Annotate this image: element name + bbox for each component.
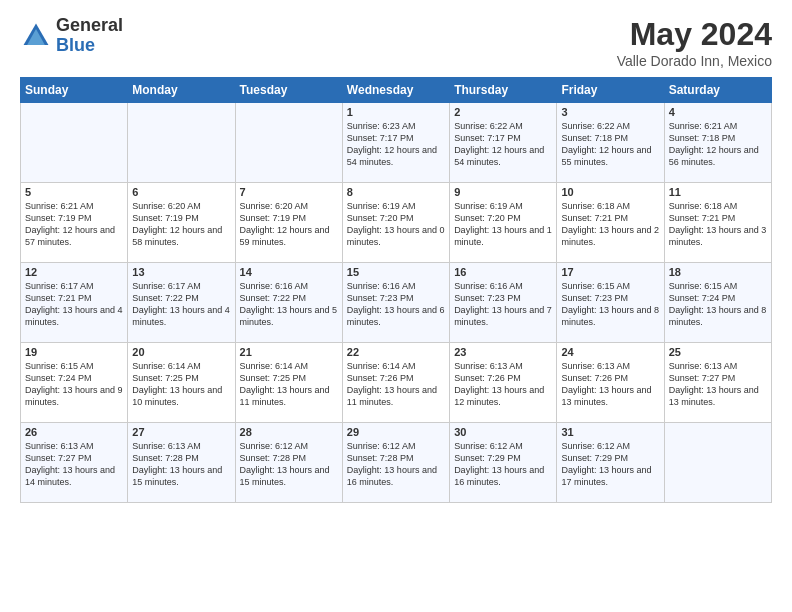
day-number: 5 bbox=[25, 186, 123, 198]
calendar-cell: 4Sunrise: 6:21 AMSunset: 7:18 PMDaylight… bbox=[664, 103, 771, 183]
day-number: 18 bbox=[669, 266, 767, 278]
calendar-cell: 20Sunrise: 6:14 AMSunset: 7:25 PMDayligh… bbox=[128, 343, 235, 423]
calendar-cell: 5Sunrise: 6:21 AMSunset: 7:19 PMDaylight… bbox=[21, 183, 128, 263]
day-number: 31 bbox=[561, 426, 659, 438]
day-info: Sunrise: 6:13 AMSunset: 7:26 PMDaylight:… bbox=[561, 361, 651, 407]
logo-general: General bbox=[56, 16, 123, 36]
day-number: 27 bbox=[132, 426, 230, 438]
calendar-cell: 10Sunrise: 6:18 AMSunset: 7:21 PMDayligh… bbox=[557, 183, 664, 263]
day-info: Sunrise: 6:13 AMSunset: 7:27 PMDaylight:… bbox=[669, 361, 759, 407]
calendar-cell: 27Sunrise: 6:13 AMSunset: 7:28 PMDayligh… bbox=[128, 423, 235, 503]
day-number: 25 bbox=[669, 346, 767, 358]
header-row: Sunday Monday Tuesday Wednesday Thursday… bbox=[21, 78, 772, 103]
calendar-cell: 15Sunrise: 6:16 AMSunset: 7:23 PMDayligh… bbox=[342, 263, 449, 343]
calendar-cell: 12Sunrise: 6:17 AMSunset: 7:21 PMDayligh… bbox=[21, 263, 128, 343]
calendar-week-1: 1Sunrise: 6:23 AMSunset: 7:17 PMDaylight… bbox=[21, 103, 772, 183]
col-sunday: Sunday bbox=[21, 78, 128, 103]
calendar-cell: 14Sunrise: 6:16 AMSunset: 7:22 PMDayligh… bbox=[235, 263, 342, 343]
day-number: 28 bbox=[240, 426, 338, 438]
day-info: Sunrise: 6:17 AMSunset: 7:21 PMDaylight:… bbox=[25, 281, 123, 327]
calendar-cell: 23Sunrise: 6:13 AMSunset: 7:26 PMDayligh… bbox=[450, 343, 557, 423]
day-number: 21 bbox=[240, 346, 338, 358]
day-info: Sunrise: 6:14 AMSunset: 7:25 PMDaylight:… bbox=[132, 361, 222, 407]
day-number: 7 bbox=[240, 186, 338, 198]
day-info: Sunrise: 6:12 AMSunset: 7:28 PMDaylight:… bbox=[347, 441, 437, 487]
day-info: Sunrise: 6:18 AMSunset: 7:21 PMDaylight:… bbox=[561, 201, 659, 247]
calendar-cell: 22Sunrise: 6:14 AMSunset: 7:26 PMDayligh… bbox=[342, 343, 449, 423]
day-number: 10 bbox=[561, 186, 659, 198]
day-number: 8 bbox=[347, 186, 445, 198]
calendar-cell: 6Sunrise: 6:20 AMSunset: 7:19 PMDaylight… bbox=[128, 183, 235, 263]
calendar-cell bbox=[235, 103, 342, 183]
day-number: 17 bbox=[561, 266, 659, 278]
calendar-cell: 18Sunrise: 6:15 AMSunset: 7:24 PMDayligh… bbox=[664, 263, 771, 343]
calendar-cell: 24Sunrise: 6:13 AMSunset: 7:26 PMDayligh… bbox=[557, 343, 664, 423]
day-number: 13 bbox=[132, 266, 230, 278]
day-number: 12 bbox=[25, 266, 123, 278]
header: General Blue May 2024 Valle Dorado Inn, … bbox=[20, 16, 772, 69]
day-info: Sunrise: 6:12 AMSunset: 7:29 PMDaylight:… bbox=[454, 441, 544, 487]
main-title: May 2024 bbox=[617, 16, 772, 53]
calendar-cell: 21Sunrise: 6:14 AMSunset: 7:25 PMDayligh… bbox=[235, 343, 342, 423]
calendar-week-3: 12Sunrise: 6:17 AMSunset: 7:21 PMDayligh… bbox=[21, 263, 772, 343]
logo: General Blue bbox=[20, 16, 123, 56]
day-info: Sunrise: 6:19 AMSunset: 7:20 PMDaylight:… bbox=[454, 201, 552, 247]
subtitle: Valle Dorado Inn, Mexico bbox=[617, 53, 772, 69]
calendar-week-5: 26Sunrise: 6:13 AMSunset: 7:27 PMDayligh… bbox=[21, 423, 772, 503]
calendar-cell: 29Sunrise: 6:12 AMSunset: 7:28 PMDayligh… bbox=[342, 423, 449, 503]
calendar-cell: 16Sunrise: 6:16 AMSunset: 7:23 PMDayligh… bbox=[450, 263, 557, 343]
logo-text: General Blue bbox=[56, 16, 123, 56]
col-friday: Friday bbox=[557, 78, 664, 103]
day-info: Sunrise: 6:21 AMSunset: 7:18 PMDaylight:… bbox=[669, 121, 759, 167]
calendar-cell bbox=[664, 423, 771, 503]
day-number: 16 bbox=[454, 266, 552, 278]
calendar-cell: 25Sunrise: 6:13 AMSunset: 7:27 PMDayligh… bbox=[664, 343, 771, 423]
calendar-cell: 8Sunrise: 6:19 AMSunset: 7:20 PMDaylight… bbox=[342, 183, 449, 263]
day-number: 30 bbox=[454, 426, 552, 438]
day-info: Sunrise: 6:14 AMSunset: 7:25 PMDaylight:… bbox=[240, 361, 330, 407]
day-number: 24 bbox=[561, 346, 659, 358]
logo-blue: Blue bbox=[56, 36, 123, 56]
calendar-table: Sunday Monday Tuesday Wednesday Thursday… bbox=[20, 77, 772, 503]
calendar-week-2: 5Sunrise: 6:21 AMSunset: 7:19 PMDaylight… bbox=[21, 183, 772, 263]
col-tuesday: Tuesday bbox=[235, 78, 342, 103]
calendar-cell: 17Sunrise: 6:15 AMSunset: 7:23 PMDayligh… bbox=[557, 263, 664, 343]
calendar-cell: 9Sunrise: 6:19 AMSunset: 7:20 PMDaylight… bbox=[450, 183, 557, 263]
day-number: 1 bbox=[347, 106, 445, 118]
calendar-cell: 1Sunrise: 6:23 AMSunset: 7:17 PMDaylight… bbox=[342, 103, 449, 183]
day-number: 23 bbox=[454, 346, 552, 358]
day-number: 6 bbox=[132, 186, 230, 198]
day-info: Sunrise: 6:14 AMSunset: 7:26 PMDaylight:… bbox=[347, 361, 437, 407]
calendar-cell: 26Sunrise: 6:13 AMSunset: 7:27 PMDayligh… bbox=[21, 423, 128, 503]
day-number: 20 bbox=[132, 346, 230, 358]
day-info: Sunrise: 6:21 AMSunset: 7:19 PMDaylight:… bbox=[25, 201, 115, 247]
day-number: 11 bbox=[669, 186, 767, 198]
day-info: Sunrise: 6:20 AMSunset: 7:19 PMDaylight:… bbox=[132, 201, 222, 247]
calendar-cell: 11Sunrise: 6:18 AMSunset: 7:21 PMDayligh… bbox=[664, 183, 771, 263]
day-info: Sunrise: 6:17 AMSunset: 7:22 PMDaylight:… bbox=[132, 281, 230, 327]
col-monday: Monday bbox=[128, 78, 235, 103]
day-number: 9 bbox=[454, 186, 552, 198]
day-info: Sunrise: 6:19 AMSunset: 7:20 PMDaylight:… bbox=[347, 201, 445, 247]
day-number: 4 bbox=[669, 106, 767, 118]
calendar-cell bbox=[21, 103, 128, 183]
day-info: Sunrise: 6:22 AMSunset: 7:18 PMDaylight:… bbox=[561, 121, 651, 167]
day-number: 19 bbox=[25, 346, 123, 358]
day-info: Sunrise: 6:20 AMSunset: 7:19 PMDaylight:… bbox=[240, 201, 330, 247]
calendar-cell: 7Sunrise: 6:20 AMSunset: 7:19 PMDaylight… bbox=[235, 183, 342, 263]
col-thursday: Thursday bbox=[450, 78, 557, 103]
title-block: May 2024 Valle Dorado Inn, Mexico bbox=[617, 16, 772, 69]
calendar-cell: 19Sunrise: 6:15 AMSunset: 7:24 PMDayligh… bbox=[21, 343, 128, 423]
day-number: 26 bbox=[25, 426, 123, 438]
day-number: 29 bbox=[347, 426, 445, 438]
day-info: Sunrise: 6:13 AMSunset: 7:28 PMDaylight:… bbox=[132, 441, 222, 487]
col-saturday: Saturday bbox=[664, 78, 771, 103]
day-info: Sunrise: 6:16 AMSunset: 7:23 PMDaylight:… bbox=[347, 281, 445, 327]
calendar-cell: 28Sunrise: 6:12 AMSunset: 7:28 PMDayligh… bbox=[235, 423, 342, 503]
day-info: Sunrise: 6:16 AMSunset: 7:23 PMDaylight:… bbox=[454, 281, 552, 327]
day-info: Sunrise: 6:23 AMSunset: 7:17 PMDaylight:… bbox=[347, 121, 437, 167]
calendar-cell: 3Sunrise: 6:22 AMSunset: 7:18 PMDaylight… bbox=[557, 103, 664, 183]
calendar-cell bbox=[128, 103, 235, 183]
day-info: Sunrise: 6:15 AMSunset: 7:24 PMDaylight:… bbox=[25, 361, 123, 407]
day-info: Sunrise: 6:13 AMSunset: 7:27 PMDaylight:… bbox=[25, 441, 115, 487]
